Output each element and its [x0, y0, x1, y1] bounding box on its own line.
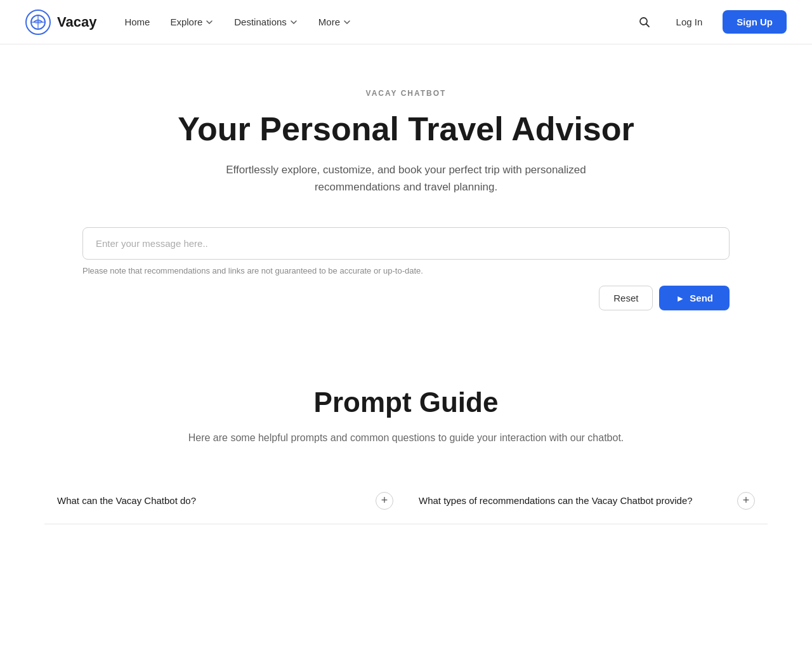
- main-subtitle: Effortlessly explore, customize, and boo…: [209, 161, 603, 196]
- faq-question: What types of recommendations can the Va…: [419, 495, 730, 506]
- nav-links: Home Explore Destinations Mo: [117, 11, 359, 32]
- nav-more[interactable]: More: [311, 11, 359, 32]
- nav-explore[interactable]: Explore: [162, 11, 221, 32]
- logo-icon: [25, 10, 51, 35]
- chat-actions: Reset ► Send: [82, 286, 730, 310]
- navbar: Vacay Home Explore Destinations: [0, 0, 812, 44]
- faq-expand-icon: +: [737, 492, 755, 510]
- send-button[interactable]: ► Send: [659, 286, 730, 310]
- chatbot-section: VACAY CHATBOT Your Personal Travel Advis…: [57, 44, 755, 336]
- reset-button[interactable]: Reset: [599, 286, 653, 310]
- brand-name: Vacay: [57, 14, 96, 30]
- chat-input-container: Please note that recommendations and lin…: [82, 227, 730, 310]
- nav-home[interactable]: Home: [117, 11, 157, 32]
- chat-input[interactable]: [82, 227, 730, 260]
- faq-question: What can the Vacay Chatbot do?: [57, 495, 368, 506]
- prompt-guide-section: Prompt Guide Here are some helpful promp…: [0, 336, 812, 550]
- destinations-chevron-icon: [289, 18, 298, 27]
- faq-grid: What can the Vacay Chatbot do? + What ty…: [44, 478, 768, 524]
- disclaimer-text: Please note that recommendations and lin…: [82, 266, 730, 275]
- search-button[interactable]: [633, 11, 656, 34]
- main-title: Your Personal Travel Advisor: [178, 110, 634, 149]
- signup-button[interactable]: Sign Up: [723, 10, 787, 34]
- prompt-guide-subtitle: Here are some helpful prompts and common…: [184, 430, 628, 446]
- navbar-right: Log In Sign Up: [633, 10, 787, 34]
- more-chevron-icon: [343, 18, 351, 27]
- login-button[interactable]: Log In: [666, 11, 713, 32]
- faq-expand-icon: +: [376, 492, 393, 510]
- logo[interactable]: Vacay: [25, 10, 96, 35]
- section-label: VACAY CHATBOT: [366, 89, 447, 98]
- faq-item[interactable]: What types of recommendations can the Va…: [406, 478, 768, 524]
- nav-destinations[interactable]: Destinations: [226, 11, 306, 32]
- svg-line-4: [646, 23, 649, 27]
- faq-item[interactable]: What can the Vacay Chatbot do? +: [44, 478, 406, 524]
- prompt-guide-title: Prompt Guide: [25, 387, 787, 418]
- send-icon: ►: [676, 293, 684, 303]
- search-icon: [638, 16, 651, 29]
- explore-chevron-icon: [205, 18, 214, 27]
